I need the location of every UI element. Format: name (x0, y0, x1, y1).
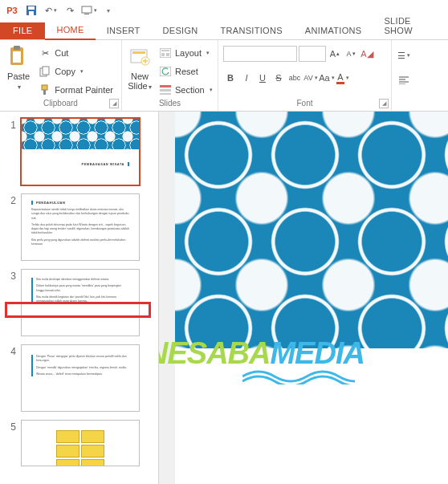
undo-icon[interactable]: ↶▾ (42, 2, 59, 19)
svg-rect-10 (42, 85, 47, 90)
font-color-button[interactable]: A▾ (336, 70, 350, 86)
font-name-select[interactable] (223, 46, 297, 62)
active-slide[interactable] (175, 112, 448, 484)
svg-rect-3 (82, 6, 92, 13)
grow-font-icon[interactable]: A▴ (328, 46, 342, 62)
svg-rect-6 (14, 46, 20, 50)
app-icon: P3 (3, 2, 21, 19)
cut-button[interactable]: ✂Cut (35, 45, 116, 61)
ribbon-tabs: FILE HOME INSERT DESIGN TRANSITIONS ANIM… (0, 21, 448, 40)
watermark: NESABAMEDIA (159, 336, 365, 371)
slide-num: 5 (5, 420, 16, 466)
svg-rect-9 (43, 67, 49, 75)
svg-rect-20 (166, 53, 169, 56)
bullets-icon[interactable]: ☰▾ (397, 47, 411, 63)
svg-rect-7 (13, 51, 21, 63)
clipboard-dialog-launcher-icon[interactable]: ◢ (109, 99, 119, 108)
tab-design[interactable]: DESIGN (152, 22, 210, 39)
tab-file[interactable]: FILE (0, 22, 45, 39)
slide-thumb[interactable]: Dengan 'Pasar' mengapa' perlu dijamin la… (21, 344, 140, 412)
slide-num: 4 (5, 344, 16, 412)
group-font: A▴ A▾ A◢ B I U S abc AV▾ Aa▾ A▾ Font ◢ (218, 40, 392, 111)
tab-transitions[interactable]: TRANSITIONS (210, 22, 294, 39)
ribbon: Paste▾ ✂Cut Copy▾ Format Painter Clipboa… (0, 40, 448, 112)
group-clipboard: Paste▾ ✂Cut Copy▾ Format Painter Clipboa… (0, 40, 122, 111)
paste-button[interactable]: Paste▾ (5, 43, 32, 99)
group-paragraph: ☰▾ (392, 40, 432, 111)
format-painter-button[interactable]: Format Painter (35, 82, 116, 98)
slide-body: Kepariwisataan sendiri tidak hanya melib… (31, 208, 129, 246)
start-from-beginning-icon[interactable]: ▾ (80, 2, 98, 19)
tab-animations[interactable]: ANIMATIONS (294, 22, 373, 39)
font-size-select[interactable] (299, 46, 326, 62)
tab-insert[interactable]: INSERT (96, 22, 152, 39)
svg-rect-11 (43, 90, 46, 95)
svg-rect-2 (29, 11, 34, 15)
svg-rect-18 (161, 50, 169, 51)
font-dialog-launcher-icon[interactable]: ◢ (379, 99, 389, 108)
save-icon[interactable] (22, 2, 40, 19)
italic-button[interactable]: I (239, 70, 254, 86)
svg-rect-19 (161, 53, 165, 56)
svg-rect-4 (84, 14, 89, 14)
svg-rect-23 (160, 89, 171, 92)
slide-item-5[interactable]: 5 (5, 420, 158, 466)
annotation-highlight (5, 302, 151, 318)
char-spacing-button[interactable]: AV▾ (303, 70, 318, 86)
slide-num: 2 (5, 193, 16, 261)
section-button[interactable]: Section▾ (156, 82, 216, 98)
slide-canvas-area[interactable]: NESABAMEDIA (159, 112, 448, 484)
slide-thumb[interactable]: PEMBAHASAN WISATA (21, 118, 140, 185)
slide-thumb[interactable] (21, 420, 140, 466)
slide-num: 1 (5, 118, 16, 185)
slide-item-2[interactable]: 2 PENDAHULUAN Kepariwisataan sendiri tid… (5, 193, 158, 261)
change-case-button[interactable]: Aa▾ (320, 70, 334, 86)
slide-thumbnails-panel[interactable]: 1 PEMBAHASAN WISATA 2 PENDAHULUAN Kepari… (0, 112, 159, 484)
svg-rect-1 (28, 6, 35, 10)
svg-rect-22 (160, 85, 171, 87)
group-label-clipboard: Clipboard (5, 99, 116, 109)
group-label-font: Font (223, 99, 386, 109)
bold-button[interactable]: B (223, 70, 238, 86)
group-label-slides: Slides (127, 99, 213, 109)
strike-button[interactable]: S (271, 70, 286, 86)
slide-title: PEMBAHASAN WISATA (31, 162, 129, 166)
slide-item-4[interactable]: 4 Dengan 'Pasar' mengapa' perlu dijamin … (5, 344, 158, 412)
svg-rect-24 (160, 93, 171, 95)
group-slides: New Slide▾ Layout▾ Reset Section▾ Slides (122, 40, 218, 111)
clear-format-icon[interactable]: A◢ (360, 46, 374, 62)
tab-slideshow[interactable]: SLIDE SHOW (373, 13, 448, 39)
redo-icon[interactable]: ↷ (61, 2, 79, 19)
align-left-icon[interactable] (397, 72, 411, 88)
slide-title: PENDAHULUAN (31, 201, 129, 205)
shrink-font-icon[interactable]: A▾ (344, 46, 358, 62)
layout-button[interactable]: Layout▾ (156, 45, 216, 61)
slide-thumb[interactable]: PENDAHULUAN Kepariwisataan sendiri tidak… (21, 193, 140, 261)
slide-item-1[interactable]: 1 PEMBAHASAN WISATA (5, 118, 158, 185)
shadow-button[interactable]: abc (287, 70, 302, 86)
new-slide-button[interactable]: New Slide▾ (127, 43, 153, 99)
slide-body: Dengan 'Pasar' mengapa' perlu dijamin la… (31, 355, 129, 376)
underline-button[interactable]: U (255, 70, 270, 86)
slide-body: Kita mulai deskripsi identitas menggunak… (31, 278, 129, 303)
reset-button[interactable]: Reset (156, 63, 216, 79)
copy-button[interactable]: Copy▾ (35, 63, 116, 79)
svg-rect-13 (132, 51, 145, 54)
qat-customize-icon[interactable]: ▾ (100, 2, 117, 19)
tab-home[interactable]: HOME (45, 22, 95, 40)
